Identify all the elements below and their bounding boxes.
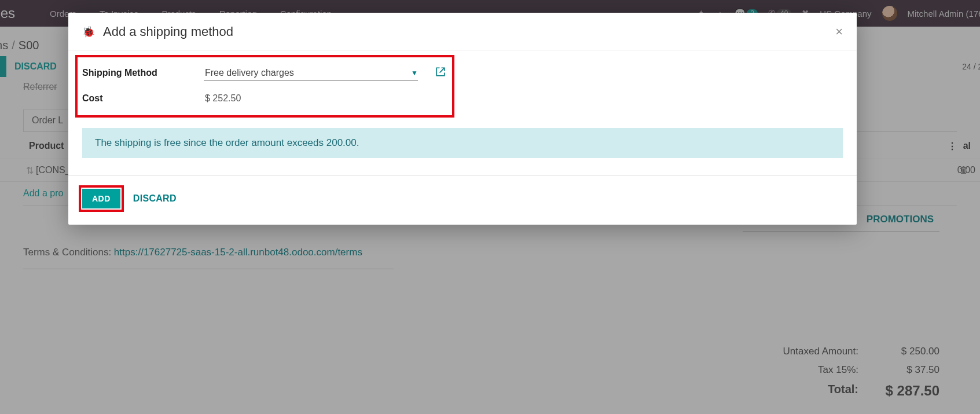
highlight-box: Shipping Method ▼ Cost $ 252.50 bbox=[75, 55, 454, 118]
modal-title: Add a shipping method bbox=[103, 24, 233, 39]
close-icon[interactable]: × bbox=[835, 24, 843, 39]
shipping-method-label: Shipping Method bbox=[82, 68, 204, 78]
add-button[interactable]: ADD bbox=[82, 189, 120, 208]
chevron-down-icon[interactable]: ▼ bbox=[411, 69, 418, 77]
info-alert: The shipping is free since the order amo… bbox=[82, 128, 843, 158]
bug-icon[interactable]: 🐞 bbox=[82, 25, 95, 38]
cost-value: $ 252.50 bbox=[205, 93, 241, 104]
cost-label: Cost bbox=[82, 93, 204, 104]
highlight-add: ADD bbox=[79, 185, 124, 212]
external-link-icon[interactable] bbox=[435, 67, 446, 79]
add-shipping-modal: 🐞 Add a shipping method × Shipping Metho… bbox=[68, 13, 857, 225]
modal-discard-button[interactable]: DISCARD bbox=[133, 193, 177, 204]
shipping-method-input[interactable] bbox=[204, 65, 418, 81]
